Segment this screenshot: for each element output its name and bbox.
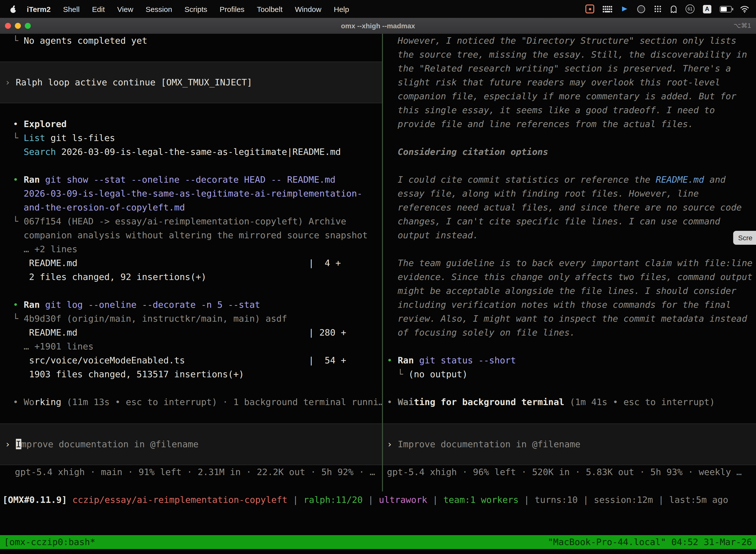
wifi-icon[interactable] xyxy=(740,3,749,14)
screen: iTerm2ShellEditViewSessionScriptsProfile… xyxy=(0,0,756,554)
text-segment: [OMX#0.11.9] xyxy=(2,494,67,505)
ghost-app-icon[interactable] xyxy=(670,3,677,14)
input-source-icon[interactable]: A xyxy=(703,3,711,14)
recording-indicator-icon[interactable] xyxy=(585,3,594,14)
battery-percent-icon[interactable]: 61 xyxy=(686,3,694,14)
menu-item-profiles[interactable]: Profiles xyxy=(220,5,245,13)
terminal-line: review. Also, I might want to inspect th… xyxy=(387,312,756,326)
terminal-line: I could cite commit statistics or refere… xyxy=(387,173,756,187)
terminal-line: companion analysis without altering the … xyxy=(13,228,382,242)
menu-bar: iTerm2ShellEditViewSessionScriptsProfile… xyxy=(0,0,756,18)
text-segment xyxy=(77,327,309,338)
text-segment: team:1 workers xyxy=(443,494,518,505)
prompt-input-right[interactable]: › Improve documentation in @filename xyxy=(383,424,756,465)
menu-item-shell[interactable]: Shell xyxy=(63,5,80,13)
text-segment: | 280 + xyxy=(309,327,346,338)
text-segment: mprove documentation in @filename xyxy=(21,439,198,449)
agent-transcript-left: • Explored└ List git ls-files Search 202… xyxy=(0,117,382,409)
keyboard-icon[interactable] xyxy=(603,3,612,14)
terminal-line: └ List git ls-files xyxy=(13,131,382,145)
text-segment: gpt-5.4 xhigh · 96% left · 520K in · 5.8… xyxy=(387,466,742,477)
battery-icon[interactable] xyxy=(720,3,732,14)
terminal-pane-left[interactable]: └ No agents completed yet › Ralph loop a… xyxy=(0,34,382,491)
terminal-line: README.md | 4 + xyxy=(13,256,382,270)
terminal-line: provide file and line references from th… xyxy=(387,117,756,131)
terminal-line: 2 files changed, 92 insertions(+) xyxy=(13,270,382,284)
menu-items: iTerm2ShellEditViewSessionScriptsProfile… xyxy=(27,5,349,13)
text-segment: git ls-files xyxy=(45,132,115,143)
text-segment: Ran xyxy=(23,174,40,185)
terminal-line: The team guideline is to back every impo… xyxy=(387,256,756,270)
text-segment: git show --stat --oneline --decorate HEA… xyxy=(40,174,335,185)
terminal-line: the source tree, missing the essay. Stil… xyxy=(387,48,756,62)
tmux-session-window[interactable]: [omx-cczip0:bash* xyxy=(4,535,95,549)
terminal-line: slight risk that future readers may over… xyxy=(387,75,756,89)
text-segment: Ran xyxy=(397,355,414,365)
inject-banner: › Ralph loop active continue [OMX_TMUX_I… xyxy=(0,62,382,103)
text-segment: last:5m ago xyxy=(669,494,728,505)
window-title-bar: omx --xhigh --madmax ⌥⌘1 xyxy=(0,18,756,34)
dark-circle-app-icon[interactable] xyxy=(637,3,645,14)
terminal-line: README.md | 280 + xyxy=(13,326,382,340)
menu-item-scripts[interactable]: Scripts xyxy=(185,5,207,13)
inject-banner-text: › Ralph loop active continue [OMX_TMUX_I… xyxy=(5,75,252,89)
text-segment: └ xyxy=(13,313,23,324)
terminal-line: including verification notes with those … xyxy=(387,298,756,312)
text-segment: gpt-5.4 xhigh · main · 91% left · 2.31M … xyxy=(15,466,375,477)
text-segment: • xyxy=(13,299,23,310)
terminal-line: might be acceptable alongside the file l… xyxy=(387,284,756,298)
text-segment: output instead. xyxy=(387,230,478,240)
terminal-line: … +1901 lines xyxy=(13,340,382,353)
prompt-input-left-text: › Improve documentation in @filename xyxy=(5,437,198,451)
terminal-line: and-the-erosion-of-copyleft.md xyxy=(13,201,382,214)
text-segment: 2026-03-09-is-legal-the-same-as-legitima… xyxy=(13,188,362,199)
text-segment: cczip/essay/ai-reimplementation-copyleft xyxy=(72,494,288,505)
terminal-line: of focusing solely on file lines. xyxy=(387,326,756,340)
text-segment: … +2 lines xyxy=(13,244,77,254)
menu-item-window[interactable]: Window xyxy=(295,5,321,13)
text-segment: | xyxy=(653,494,669,505)
text-segment: provide file and line references from th… xyxy=(387,119,693,129)
menu-item-edit[interactable]: Edit xyxy=(92,5,105,13)
text-segment xyxy=(77,258,309,268)
tmux-host-and-time: "MacBook-Pro-44.local" 04:52 31-Mar-26 xyxy=(548,535,752,549)
menu-item-view[interactable]: View xyxy=(117,5,133,13)
prompt-input-left[interactable]: › Improve documentation in @filename xyxy=(0,424,382,465)
apple-menu-icon[interactable] xyxy=(10,3,17,14)
text-segment: git status --short xyxy=(414,355,516,365)
text-segment: changes, I can't cite specific file line… xyxy=(387,216,720,226)
text-segment: (1m 41s • esc to interrupt) xyxy=(564,397,715,407)
menu-item-toolbelt[interactable]: Toolbelt xyxy=(257,5,282,13)
agent-transcript-right: However, I noticed the "Directory Struct… xyxy=(383,34,756,409)
window-shortcut-hint: ⌥⌘1 xyxy=(734,18,751,34)
tmux-panes: └ No agents completed yet › Ralph loop a… xyxy=(0,34,756,491)
text-segment: 2 files changed, 92 insertions(+) xyxy=(13,272,206,282)
menu-item-help[interactable]: Help xyxy=(334,5,349,13)
screenshot-button[interactable]: Scre xyxy=(733,231,756,245)
terminal-line: changes, I can't cite specific file line… xyxy=(387,214,756,228)
text-segment: the source tree, missing the essay. Stil… xyxy=(387,49,747,60)
terminal-line: └ 4b9d30f (origin/main, instructkr/main,… xyxy=(13,312,382,326)
terminal-line: └ (no output) xyxy=(387,367,756,381)
text-segment: turns:10 xyxy=(535,494,578,505)
dots-grid-icon[interactable] xyxy=(654,3,662,14)
terminal-line: └ 067f154 (HEAD -> essay/ai-reimplementa… xyxy=(13,214,382,228)
text-segment: and-the-erosion-of-copyleft.md xyxy=(13,202,185,213)
text-segment: Improve documentation in @filename xyxy=(397,439,580,449)
text-segment: of focusing solely on file lines. xyxy=(387,327,575,338)
text-segment: └ xyxy=(13,132,23,143)
text-segment xyxy=(67,494,72,505)
text-segment: └ xyxy=(13,35,23,46)
text-segment: ralph:11/20 xyxy=(304,494,363,505)
text-segment: However, I noticed the "Directory Struct… xyxy=(387,35,737,46)
terminal-line: ​ xyxy=(13,159,382,173)
blue-arrow-app-icon[interactable] xyxy=(621,3,629,14)
menu-item-session[interactable]: Session xyxy=(145,5,172,13)
menu-item-iterm2[interactable]: iTerm2 xyxy=(27,5,51,13)
tmux-status-bar: [omx-cczip0:bash* "MacBook-Pro-44.local"… xyxy=(0,535,756,549)
terminal-line: • Ran git show --stat --oneline --decora… xyxy=(13,173,382,187)
terminal-pane-right[interactable]: However, I noticed the "Directory Struct… xyxy=(383,34,756,491)
text-segment: • xyxy=(387,355,397,365)
text-segment: | xyxy=(288,494,304,505)
terminal: └ No agents completed yet › Ralph loop a… xyxy=(0,34,756,554)
